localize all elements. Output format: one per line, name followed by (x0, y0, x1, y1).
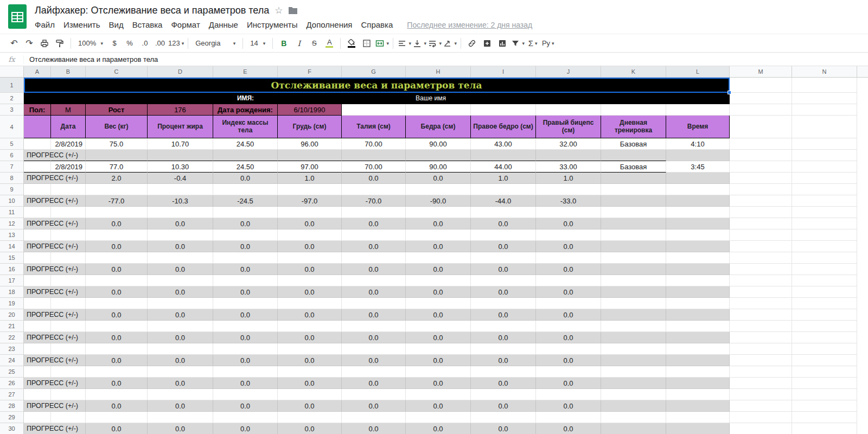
menu-item-9-Справка[interactable]: Справка (356, 18, 397, 31)
cell-C3[interactable]: Рост (86, 104, 148, 116)
cell-L28[interactable] (666, 400, 730, 412)
cell-F10[interactable]: -97.0 (278, 195, 342, 207)
cell-G27[interactable] (342, 389, 406, 400)
cell-I8[interactable]: 1.0 (471, 173, 536, 184)
cell-J23[interactable] (536, 343, 601, 355)
cell-D8[interactable]: -0.4 (148, 173, 213, 184)
cell-F18[interactable]: 0.0 (278, 286, 342, 298)
cell-K25[interactable] (601, 366, 666, 378)
cell-M9[interactable] (730, 184, 792, 195)
cell-C21[interactable] (86, 321, 148, 332)
cell-M30[interactable] (730, 423, 792, 434)
cell-M5[interactable] (730, 138, 792, 150)
cell-E14[interactable]: 0.0 (213, 241, 278, 252)
insert-chart-button[interactable] (495, 36, 509, 50)
row-header-12[interactable]: 12 (0, 218, 24, 229)
cell-N29[interactable] (792, 412, 857, 423)
cell-I25[interactable] (471, 366, 536, 378)
cell-K23[interactable] (601, 343, 666, 355)
cell-D29[interactable] (148, 412, 213, 423)
cell-G15[interactable] (342, 252, 406, 264)
cell-J30[interactable]: 0.0 (536, 423, 601, 434)
cell-H26[interactable]: 0.0 (406, 378, 471, 389)
row-header-2[interactable]: 2 (0, 93, 24, 104)
row-header-23[interactable]: 23 (0, 343, 24, 355)
cell-H25[interactable] (406, 366, 471, 378)
cell-G7[interactable]: 70.00 (342, 161, 406, 173)
cell-G5[interactable]: 70.00 (342, 138, 406, 150)
cell-G24[interactable]: 0.0 (342, 355, 406, 366)
horizontal-align-button[interactable]: ▾ (397, 36, 411, 50)
column-header-A[interactable]: A (24, 66, 51, 77)
row-header-16[interactable]: 16 (0, 264, 24, 275)
cell-N27[interactable] (792, 389, 857, 400)
cell-I20[interactable]: 0.0 (471, 309, 536, 321)
cell-G12[interactable]: 0.0 (342, 218, 406, 229)
row-header-27[interactable]: 27 (0, 389, 24, 400)
cell-M4[interactable] (730, 116, 792, 138)
column-header-G[interactable]: G (342, 66, 406, 77)
insert-link-button[interactable] (465, 36, 479, 50)
row-header-13[interactable]: 13 (0, 229, 24, 241)
cell-F12[interactable]: 0.0 (278, 218, 342, 229)
cell-L17[interactable] (666, 275, 730, 286)
cell-N19[interactable] (792, 298, 857, 309)
cell-G17[interactable] (342, 275, 406, 286)
cell-C26[interactable]: 0.0 (86, 378, 148, 389)
cell-A8[interactable]: ПРОГРЕСС (+/-) (24, 173, 51, 184)
cell-A3[interactable]: Пол: (24, 104, 51, 116)
cell-N8[interactable] (792, 173, 857, 184)
cell-E25[interactable] (213, 366, 278, 378)
cell-H24[interactable]: 0.0 (406, 355, 471, 366)
cell-I10[interactable]: -44.0 (471, 195, 536, 207)
cell-J12[interactable]: 0.0 (536, 218, 601, 229)
merge-cells-button[interactable]: ▾ (375, 36, 389, 50)
cell-D7[interactable]: 10.30 (148, 161, 213, 173)
undo-button[interactable]: ↶ (7, 36, 21, 50)
cell-L12[interactable] (666, 218, 730, 229)
cell-D26[interactable]: 0.0 (148, 378, 213, 389)
cell-C5[interactable]: 75.0 (86, 138, 148, 150)
cell-K26[interactable] (601, 378, 666, 389)
cell-N1[interactable] (792, 78, 857, 93)
print-button[interactable] (37, 36, 52, 50)
row-header-30[interactable]: 30 (0, 423, 24, 434)
cell-F9[interactable] (278, 184, 342, 195)
cell-L30[interactable] (666, 423, 730, 434)
cell-I18[interactable]: 0.0 (471, 286, 536, 298)
cell-F4[interactable]: Грудь (см) (278, 116, 342, 138)
cell-N11[interactable] (792, 207, 857, 218)
cell-K13[interactable] (601, 229, 666, 241)
sheets-logo-icon[interactable] (8, 4, 27, 29)
cell-L29[interactable] (666, 412, 730, 423)
cell-A28[interactable]: ПРОГРЕСС (+/-) (24, 400, 51, 412)
cell-A27[interactable] (24, 389, 51, 400)
row-header-29[interactable]: 29 (0, 412, 24, 423)
cell-A19[interactable] (24, 298, 51, 309)
text-wrap-button[interactable]: ▾ (427, 36, 442, 50)
cell-D17[interactable] (148, 275, 213, 286)
cell-M17[interactable] (730, 275, 792, 286)
fill-color-button[interactable] (344, 36, 359, 50)
cell-B17[interactable] (51, 275, 86, 286)
cell-D22[interactable]: 0.0 (148, 332, 213, 343)
decrease-decimal-button[interactable]: .0 (138, 36, 152, 50)
cell-M16[interactable] (730, 264, 792, 275)
cell-C18[interactable]: 0.0 (86, 286, 148, 298)
cell-B21[interactable] (51, 321, 86, 332)
cell-J4[interactable]: Правый бицепс (см) (536, 116, 601, 138)
cell-J9[interactable] (536, 184, 601, 195)
cell-N25[interactable] (792, 366, 857, 378)
cell-N16[interactable] (792, 264, 857, 275)
row-header-26[interactable]: 26 (0, 378, 24, 389)
column-header-F[interactable]: F (278, 66, 342, 77)
cell-E8[interactable]: 0.0 (213, 173, 278, 184)
cell-C17[interactable] (86, 275, 148, 286)
cell-I29[interactable] (471, 412, 536, 423)
row-header-14[interactable]: 14 (0, 241, 24, 252)
cell-M29[interactable] (730, 412, 792, 423)
cell-J10[interactable]: -33.0 (536, 195, 601, 207)
menu-item-2-Изменить[interactable]: Изменить (59, 18, 105, 31)
row-header-24[interactable]: 24 (0, 355, 24, 366)
cell-G4[interactable]: Талия (см) (342, 116, 406, 138)
